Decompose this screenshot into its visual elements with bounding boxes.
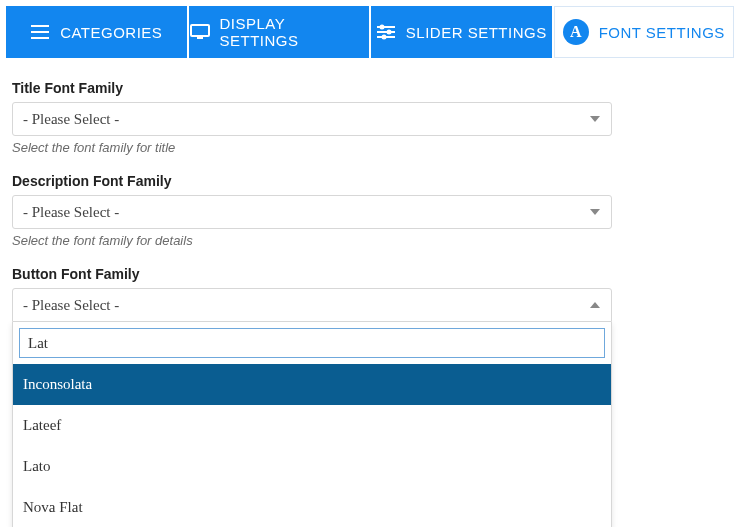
svg-marker-12: [590, 116, 600, 122]
select-value: - Please Select -: [23, 111, 119, 128]
field-label: Button Font Family: [12, 266, 728, 282]
svg-rect-0: [31, 25, 49, 27]
tab-label: DISPLAY SETTINGS: [220, 15, 369, 49]
select-value: - Please Select -: [23, 204, 119, 221]
monitor-icon: [190, 22, 210, 42]
chevron-up-icon: [587, 297, 603, 313]
svg-point-10: [381, 35, 386, 40]
field-help: Select the font family for details: [12, 233, 728, 248]
svg-point-8: [386, 30, 391, 35]
list-icon: [30, 22, 50, 42]
chevron-down-icon: [587, 204, 603, 220]
button-font-select[interactable]: - Please Select -: [12, 288, 612, 322]
button-font-dropdown: Inconsolata Lateef Lato Nova Flat: [12, 322, 612, 527]
dropdown-option[interactable]: Lato: [13, 446, 611, 487]
tabs-bar: CATEGORIES DISPLAY SETTINGS SLIDER SETTI…: [6, 6, 734, 58]
sliders-icon: [376, 22, 396, 42]
tab-font-settings[interactable]: A FONT SETTINGS: [554, 6, 735, 58]
dropdown-option[interactable]: Inconsolata: [13, 364, 611, 405]
field-title-font: Title Font Family - Please Select - Sele…: [12, 80, 728, 155]
tab-label: CATEGORIES: [60, 24, 162, 41]
field-label: Description Font Family: [12, 173, 728, 189]
dropdown-option[interactable]: Nova Flat: [13, 487, 611, 527]
font-icon: A: [563, 19, 589, 45]
select-value: - Please Select -: [23, 297, 119, 314]
tab-label: SLIDER SETTINGS: [406, 24, 547, 41]
tab-display-settings[interactable]: DISPLAY SETTINGS: [189, 6, 370, 58]
field-help: Select the font family for title: [12, 140, 728, 155]
svg-marker-13: [590, 209, 600, 215]
tab-label: FONT SETTINGS: [599, 24, 725, 41]
svg-rect-4: [197, 37, 203, 39]
tab-slider-settings[interactable]: SLIDER SETTINGS: [371, 6, 552, 58]
svg-point-6: [379, 25, 384, 30]
field-label: Title Font Family: [12, 80, 728, 96]
tab-content: Title Font Family - Please Select - Sele…: [6, 58, 734, 527]
chevron-down-icon: [587, 111, 603, 127]
dropdown-option[interactable]: Lateef: [13, 405, 611, 446]
tab-categories[interactable]: CATEGORIES: [6, 6, 187, 58]
svg-rect-3: [191, 25, 209, 36]
dropdown-search-input[interactable]: [19, 328, 605, 358]
title-font-select[interactable]: - Please Select -: [12, 102, 612, 136]
svg-marker-14: [590, 302, 600, 308]
description-font-select[interactable]: - Please Select -: [12, 195, 612, 229]
svg-text:A: A: [570, 23, 582, 40]
svg-rect-1: [31, 31, 49, 33]
dropdown-search-wrap: [13, 322, 611, 364]
field-button-font: Button Font Family - Please Select - Inc…: [12, 266, 728, 527]
field-description-font: Description Font Family - Please Select …: [12, 173, 728, 248]
svg-rect-2: [31, 37, 49, 39]
